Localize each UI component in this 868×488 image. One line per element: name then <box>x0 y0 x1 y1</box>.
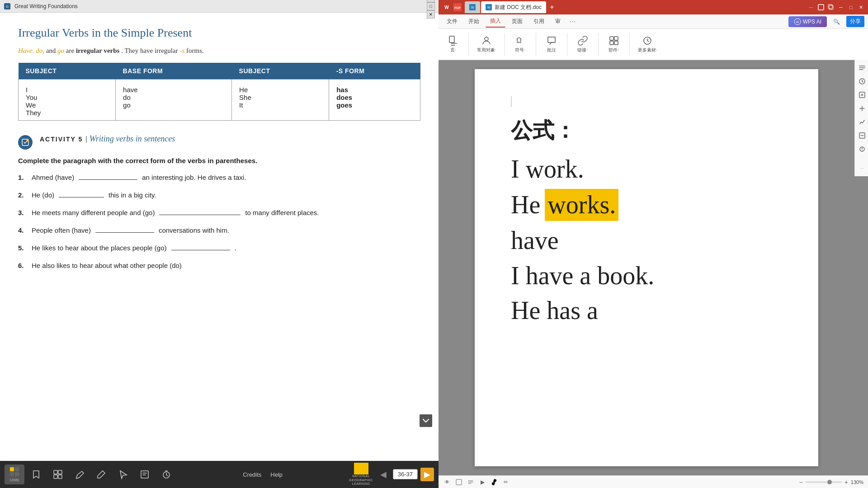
ribbon-share-btn[interactable]: 分享 <box>846 16 864 27</box>
credits-button[interactable]: Credits <box>243 471 261 478</box>
ribbon-search-btn[interactable]: 🔍 <box>829 17 844 27</box>
activity-description: Writing verbs in sentences <box>90 134 175 143</box>
ribbon-more-materials-btn[interactable]: 更多素材· <box>635 33 660 55</box>
svg-rect-7 <box>15 472 19 476</box>
view-icon[interactable]: 👁 <box>443 478 451 486</box>
formula-line-4: I have a book. <box>511 261 654 291</box>
wps-restore-btn[interactable] <box>817 4 825 11</box>
svg-rect-34 <box>614 41 618 45</box>
ribbon-tab-reference[interactable]: 引用 <box>529 16 549 27</box>
toolbar-left: Units <box>5 465 176 484</box>
gallery-button[interactable] <box>48 465 68 484</box>
left-scroll-indicator[interactable] <box>443 268 447 286</box>
ribbon-divider-5 <box>598 33 599 56</box>
instruction-text: Complete the paragraph with the correct … <box>18 157 420 164</box>
wps-bottom-icons: 👁 ▶ ✏ <box>443 478 510 486</box>
ribbon-divider-6 <box>629 33 630 56</box>
sidebar-icon-7[interactable] <box>856 143 868 155</box>
ribbon-tab-page[interactable]: 页面 <box>507 16 527 27</box>
help-button[interactable]: Help <box>270 471 283 478</box>
svg-point-29 <box>485 37 488 41</box>
base-form-cell: have do go <box>116 80 232 121</box>
ribbon-parts-btn[interactable]: 部件· <box>604 33 624 55</box>
blank-2[interactable] <box>59 192 104 197</box>
ribbon-tab-start[interactable]: 开始 <box>464 16 484 27</box>
units-button[interactable]: Units <box>5 465 24 484</box>
wps-tab-area: W W 新建 DOC 文档.doc + <box>465 1 805 13</box>
ribbon-pages-btn[interactable]: 页· <box>443 33 463 55</box>
wps-tab-doc[interactable]: W 新建 DOC 文档.doc <box>481 1 546 13</box>
ribbon-divider-2 <box>505 33 505 56</box>
list-item: 4. People often (have) conversations wit… <box>18 226 420 234</box>
wps-ai-button[interactable]: AI WPS AI <box>788 16 827 27</box>
ribbon-tabs: 文件 开始 插入 页面 引用 审 ··· AI WPS AI 🔍 分享 <box>439 14 868 29</box>
wps-maximize-btn[interactable]: □ <box>847 4 854 11</box>
svg-rect-32 <box>614 37 618 40</box>
svg-text:AI: AI <box>796 20 799 23</box>
wps-tab-inactive[interactable]: W <box>465 1 480 13</box>
national-geographic-logo: NATIONALGEOGRAPHICLEARNING <box>349 463 373 486</box>
wps-more-options[interactable]: ··· <box>807 4 815 11</box>
ribbon-tab-file[interactable]: 文件 <box>442 16 462 27</box>
note-button[interactable] <box>135 465 155 484</box>
formula-label: 公式： <box>511 116 576 145</box>
wps-doc-title: 新建 DOC 文档.doc <box>495 4 542 11</box>
svg-rect-12 <box>141 471 148 478</box>
zoom-minus[interactable]: − <box>799 479 802 486</box>
zoom-slider[interactable] <box>806 481 842 483</box>
wps-zoom-area: − + 130% <box>799 479 863 486</box>
ribbon-symbols-btn[interactable]: Ω 符号· <box>510 33 530 55</box>
pointer-button[interactable] <box>113 465 133 484</box>
zoom-plus[interactable]: + <box>844 479 848 486</box>
maximize-button[interactable]: □ <box>427 2 435 10</box>
sidebar-icon-4[interactable] <box>856 102 868 115</box>
link-icon[interactable] <box>490 478 498 486</box>
col-header-subject2: SUBJECT <box>232 63 329 80</box>
play-icon[interactable]: ▶ <box>478 478 486 486</box>
left-panel: G Great Writing Foundations ─ □ ✕ Irregu… <box>0 0 439 488</box>
italic-go: go <box>57 47 64 54</box>
blank-3[interactable] <box>159 210 241 215</box>
svg-rect-5 <box>15 467 19 471</box>
scroll-down-button[interactable] <box>420 414 432 427</box>
ribbon-parts-label: 部件· <box>609 47 619 53</box>
nat-geo-flag <box>354 463 368 474</box>
ribbon-common-btn[interactable]: 常用对象· <box>474 33 499 55</box>
svg-text:G: G <box>6 5 9 9</box>
blank-5[interactable] <box>171 245 230 250</box>
ribbon-comments-btn[interactable]: 批注 <box>542 33 561 55</box>
sidebar-icon-8[interactable]: ··· <box>856 162 868 174</box>
ribbon-tab-insert[interactable]: 插入 <box>486 15 505 28</box>
page-title: Irregular Verbs in the Simple Present <box>18 26 420 40</box>
sidebar-icon-3[interactable] <box>856 89 868 101</box>
wps-duplicate-btn[interactable] <box>827 4 835 11</box>
draw-button[interactable] <box>70 465 90 484</box>
wps-bottom-bar: 👁 ▶ ✏ − + 130% <box>439 475 868 488</box>
sidebar-icon-1[interactable] <box>856 61 868 74</box>
sidebar-icon-5[interactable] <box>856 116 868 128</box>
ribbon-more-button[interactable]: ··· <box>567 18 578 26</box>
pencil-button[interactable] <box>91 465 111 484</box>
next-page-button[interactable]: ▶ <box>420 468 434 481</box>
wps-close-btn[interactable]: ✕ <box>857 4 864 11</box>
blank-4[interactable] <box>95 227 154 233</box>
svg-rect-6 <box>10 472 14 476</box>
sidebar-icon-2[interactable] <box>856 75 868 88</box>
outline-icon[interactable] <box>455 478 463 486</box>
sidebar-icon-6[interactable] <box>856 129 868 142</box>
prev-page-button[interactable]: ◀ <box>377 468 390 481</box>
edit-icon[interactable]: ✏ <box>502 478 510 486</box>
svg-text:Ω: Ω <box>516 37 522 44</box>
page-indicator: 36-37 <box>393 469 418 479</box>
timer-button[interactable] <box>156 465 176 484</box>
new-tab-button[interactable]: + <box>547 2 557 12</box>
wps-minimize-btn[interactable]: ─ <box>837 4 844 11</box>
exercise-list: 1. Ahmed (have) an interesting job. He d… <box>18 174 420 269</box>
wps-ai-label: WPS AI <box>803 19 821 25</box>
ribbon-links-btn[interactable]: 链接· <box>573 33 593 55</box>
list-icon[interactable] <box>467 478 475 486</box>
bookmark-button[interactable] <box>26 465 46 484</box>
blank-1[interactable] <box>79 174 137 180</box>
svg-text:W: W <box>471 6 474 9</box>
ribbon-tab-review[interactable]: 审 <box>551 16 565 27</box>
